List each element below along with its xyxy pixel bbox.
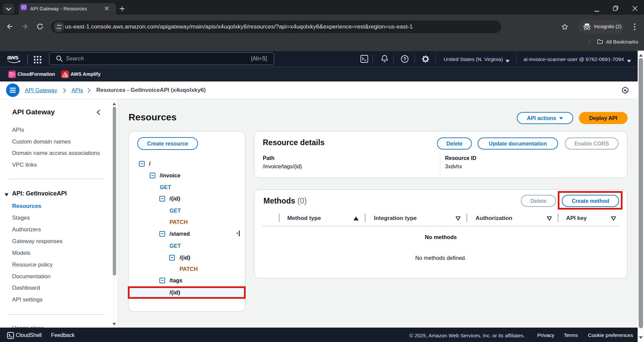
svg-text:?: ? — [403, 56, 406, 62]
svg-text:aws: aws — [7, 54, 18, 61]
